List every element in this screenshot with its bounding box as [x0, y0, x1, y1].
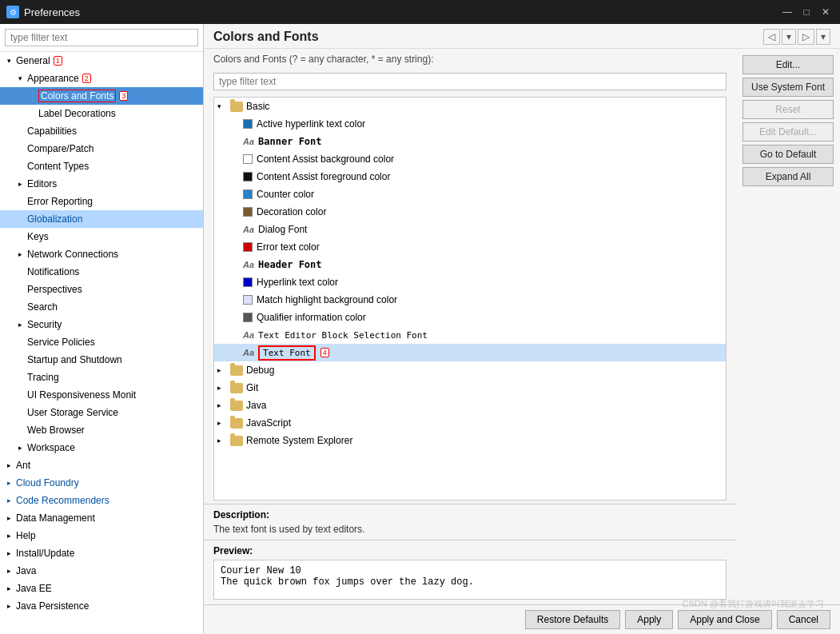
sidebar-item-label: Perspectives [27, 284, 82, 295]
apply-close-button[interactable]: Apply and Close [678, 610, 771, 629]
color-swatch [243, 295, 253, 305]
sidebar-item-capabilities[interactable]: Capabilities [0, 122, 203, 140]
sidebar-item-network-connections[interactable]: Network Connections [0, 245, 203, 263]
sidebar-item-code-recommenders[interactable]: Code Recommenders [0, 492, 203, 509]
sidebar-item-java-ee[interactable]: Java EE [0, 580, 203, 597]
nav-back-dropdown[interactable]: ▾ [782, 29, 796, 45]
ct-item-active-hyperlink[interactable]: Active hyperlink text color [214, 115, 726, 133]
expand-all-button[interactable]: Expand All [742, 167, 834, 186]
color-swatch [243, 154, 253, 164]
ct-item-javascript[interactable]: JavaScript [214, 414, 726, 432]
leaf-arrow [14, 213, 26, 225]
ct-item-match-highlight[interactable]: Match highlight background color [214, 291, 726, 309]
sidebar-item-error-reporting[interactable]: Error Reporting [0, 193, 203, 210]
go-to-default-button[interactable]: Go to Default [742, 145, 834, 164]
sidebar-item-globalization[interactable]: Globalization [0, 210, 203, 228]
apply-button[interactable]: Apply [625, 610, 673, 629]
ct-item-counter-color[interactable]: Counter color [214, 185, 726, 203]
sidebar-item-help[interactable]: Help [0, 527, 203, 544]
ct-label: Match highlight background color [257, 294, 397, 305]
leaf-arrow [14, 266, 26, 277]
sidebar-item-perspectives[interactable]: Perspectives [0, 281, 203, 298]
ct-item-qualifier-info[interactable]: Qualifier information color [214, 309, 726, 326]
ct-item-content-assist-bg[interactable]: Content Assist background color [214, 150, 726, 168]
sidebar-item-colors-fonts[interactable]: Colors and Fonts 3 [0, 87, 203, 105]
ct-item-header-font[interactable]: Aa Header Font [214, 256, 726, 273]
ct-expand-arrow [217, 102, 229, 110]
sidebar-item-label: Help [16, 530, 36, 541]
edit-button[interactable]: Edit... [742, 55, 834, 74]
ct-item-java[interactable]: Java [214, 397, 726, 414]
ct-item-debug[interactable]: Debug [214, 361, 726, 379]
center-area: Colors and Fonts (? = any character, * =… [204, 49, 736, 604]
sidebar-item-notifications[interactable]: Notifications [0, 263, 203, 281]
minimize-button[interactable]: — [779, 4, 795, 20]
close-button[interactable]: ✕ [818, 4, 834, 20]
color-filter-input[interactable] [213, 73, 727, 90]
sidebar-item-editors[interactable]: Editors [0, 175, 203, 193]
leaf-arrow [14, 425, 26, 436]
sidebar-item-install-update[interactable]: Install/Update [0, 544, 203, 562]
use-system-font-button[interactable]: Use System Font [742, 78, 834, 97]
sidebar-item-content-types[interactable]: Content Types [0, 158, 203, 175]
ct-item-basic[interactable]: Basic [214, 98, 726, 115]
sidebar-item-label: Label Decorations [38, 108, 116, 119]
sidebar-item-java[interactable]: Java [0, 562, 203, 580]
sidebar-item-label: Search [27, 301, 58, 313]
nav-back-button[interactable]: ◁ [763, 29, 780, 45]
sidebar-item-ui-responsiveness[interactable]: UI Responsiveness Monit [0, 386, 203, 404]
left-filter-input[interactable] [5, 29, 198, 46]
maximize-button[interactable]: □ [798, 4, 814, 20]
sidebar-item-security[interactable]: Security [0, 316, 203, 333]
sidebar-item-appearance[interactable]: Appearance 2 [0, 70, 203, 87]
ct-item-banner-font[interactable]: Aa Banner Font [214, 133, 726, 150]
sidebar-item-startup-shutdown[interactable]: Startup and Shutdown [0, 351, 203, 369]
ct-item-text-font[interactable]: Aa Text Font 4 [214, 344, 726, 361]
sidebar-item-user-storage[interactable]: User Storage Service [0, 404, 203, 421]
ct-item-remote-system[interactable]: Remote System Explorer [214, 432, 726, 449]
color-tree: Basic Active hyperlink text color Aa Ban… [213, 97, 727, 500]
leaf-arrow [14, 231, 26, 242]
sidebar-item-web-browser[interactable]: Web Browser [0, 421, 203, 439]
expand-arrow [3, 600, 14, 612]
badge-3: 3 [119, 91, 128, 101]
ct-item-error-text[interactable]: Error text color [214, 238, 726, 256]
sidebar-item-search[interactable]: Search [0, 298, 203, 316]
ct-item-hyperlink-text[interactable]: Hyperlink text color [214, 273, 726, 291]
ct-item-text-editor-block[interactable]: Aa Text Editor Block Selection Font [214, 326, 726, 344]
sidebar-item-compare-patch[interactable]: Compare/Patch [0, 140, 203, 158]
description-area: Description: The text font is used by te… [204, 504, 736, 540]
sidebar-item-data-management[interactable]: Data Management [0, 509, 203, 527]
ct-item-dialog-font[interactable]: Aa Dialog Font [214, 221, 726, 238]
main-content: General 1 Appearance 2 Colors and Fonts … [0, 24, 840, 634]
folder-icon [230, 418, 243, 429]
sidebar-item-ant[interactable]: Ant [0, 457, 203, 474]
sidebar-item-cloud-foundry[interactable]: Cloud Foundry [0, 474, 203, 492]
sidebar-item-keys[interactable]: Keys [0, 228, 203, 245]
sidebar-item-service-policies[interactable]: Service Policies [0, 333, 203, 351]
ct-item-decoration-color[interactable]: Decoration color [214, 203, 726, 221]
sidebar-item-tracing[interactable]: Tracing [0, 369, 203, 386]
sidebar-item-workspace[interactable]: Workspace [0, 439, 203, 457]
color-swatch [243, 207, 253, 217]
sidebar-item-general[interactable]: General 1 [0, 52, 203, 70]
nav-forward-button[interactable]: ▷ [798, 29, 814, 45]
ct-item-git[interactable]: Git [214, 379, 726, 397]
sidebar-item-java-persistence[interactable]: Java Persistence [0, 597, 203, 615]
expand-arrow [14, 73, 26, 84]
expand-arrow [3, 495, 14, 506]
sidebar-item-label: Editors [27, 178, 57, 189]
sidebar-item-label-decorations[interactable]: Label Decorations [0, 105, 203, 122]
cancel-button[interactable]: Cancel [777, 610, 830, 629]
nav-forward-dropdown[interactable]: ▾ [816, 29, 830, 45]
reset-button[interactable]: Reset [742, 100, 834, 119]
sidebar-item-label: Install/Update [16, 548, 74, 559]
badge-4: 4 [320, 348, 329, 357]
expand-arrow [3, 477, 14, 488]
ct-item-content-assist-fg[interactable]: Content Assist foreground color [214, 168, 726, 185]
leaf-arrow [14, 143, 26, 154]
expand-arrow [3, 460, 14, 471]
ct-label: Remote System Explorer [246, 435, 352, 446]
edit-default-button[interactable]: Edit Default... [742, 122, 834, 142]
restore-defaults-button[interactable]: Restore Defaults [525, 610, 620, 629]
